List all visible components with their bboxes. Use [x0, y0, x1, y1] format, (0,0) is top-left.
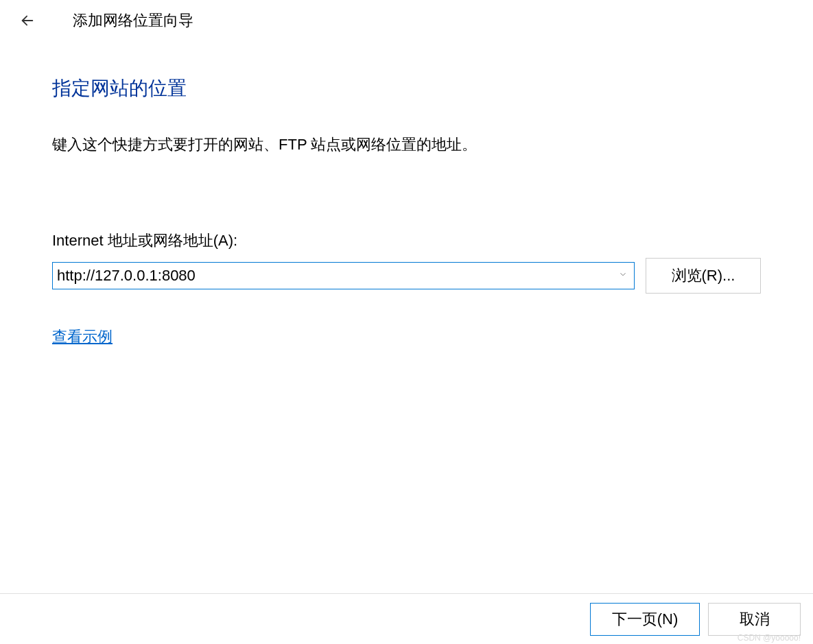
view-example-link[interactable]: 查看示例: [52, 328, 113, 345]
address-field-label: Internet 地址或网络地址(A):: [52, 230, 761, 251]
wizard-title: 添加网络位置向导: [73, 10, 193, 31]
wizard-content: 指定网站的位置 键入这个快捷方式要打开的网站、FTP 站点或网络位置的地址。 I…: [0, 41, 813, 347]
page-heading: 指定网站的位置: [52, 75, 761, 102]
back-button[interactable]: [16, 10, 38, 32]
instruction-text: 键入这个快捷方式要打开的网站、FTP 站点或网络位置的地址。: [52, 134, 761, 155]
back-arrow-icon: [20, 13, 35, 28]
address-input-row: 浏览(R)...: [52, 258, 761, 294]
wizard-footer: 下一页(N) 取消: [0, 593, 813, 644]
cancel-button[interactable]: 取消: [708, 603, 801, 636]
watermark-text: CSDN @yooooo!: [738, 633, 801, 643]
wizard-header: 添加网络位置向导: [0, 0, 813, 41]
browse-button[interactable]: 浏览(R)...: [646, 258, 761, 294]
address-input[interactable]: [52, 262, 635, 289]
next-button[interactable]: 下一页(N): [590, 603, 700, 636]
address-combobox[interactable]: [52, 262, 635, 289]
